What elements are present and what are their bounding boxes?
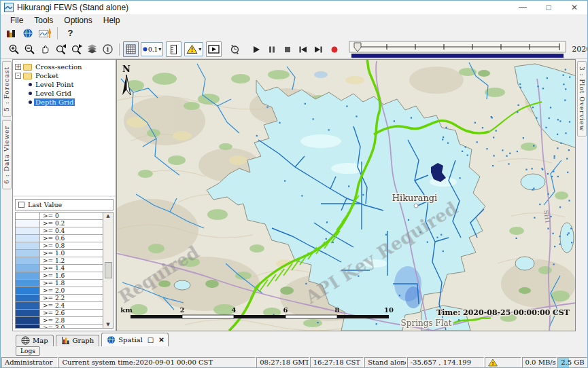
tab-graph[interactable]: Graph [56,335,100,346]
legend-row-label: >= 2.6 [40,310,103,316]
legend-panel: Last Value >= 0 >= 0.2 [13,197,116,331]
tab-close-icon[interactable]: ✕ [158,336,164,344]
last-value-checkbox[interactable] [18,202,24,208]
left-tab-strip: 5 : Forecast 6 : Data Viewer [1,59,12,331]
skip-start-icon[interactable] [295,41,311,57]
zoom-previous-icon[interactable] [53,41,69,57]
legend-color-swatch [16,317,40,324]
legend-row: >= 2.4 [16,302,103,310]
legend-color-swatch [16,302,40,309]
bullet-icon [29,83,32,86]
legend-color-swatch [16,227,40,234]
status-network-rate: 0.0 MB/s [522,357,557,368]
maximize-button[interactable]: □ [536,1,561,14]
tab-maximize-icon[interactable]: □ [148,336,154,344]
legend-row-label: >= 0.6 [40,235,103,242]
title-bar: Hikurangi FEWS (Stand alone) — □ ✕ [1,1,587,14]
pan-hand-icon[interactable] [37,41,53,57]
tab-map[interactable]: Map [16,335,54,346]
legend-table: >= 0 >= 0.2 >= 0.4 [15,212,114,329]
svg-text:km: km [120,306,133,314]
stop-icon[interactable] [279,41,295,57]
menu-item-options[interactable]: Options [58,15,97,26]
globe-wireframe-icon [21,336,30,345]
warning-icon: ! [488,358,498,367]
expand-icon[interactable]: + [15,64,21,70]
close-button[interactable]: ✕ [561,1,587,14]
tree-item-label: Pocket [34,72,60,79]
layers-icon[interactable] [84,41,100,57]
legend-color-swatch [16,295,40,301]
tree-item-level-point[interactable]: Level Point [15,80,114,89]
svg-text:!: ! [491,360,494,367]
tree-item-level-grid[interactable]: Level Grid [15,89,114,98]
pause-icon[interactable] [264,41,279,57]
globe-blue-icon [107,335,116,344]
collapse-icon[interactable]: - [15,73,21,79]
set-datum-icon[interactable] [227,41,243,57]
zoom-in-icon[interactable] [6,41,22,57]
legend-row: >= 2.6 [16,310,103,317]
legend-row: >= 1.8 [16,280,103,287]
tab-spatial[interactable]: Spatial □ ✕ [101,333,168,346]
bullet-icon [29,92,32,95]
scroll-up-icon[interactable]: ▲ [106,213,109,219]
status-user: Administrator [1,357,58,368]
minimize-button[interactable]: — [510,1,536,14]
legend-row: >= 2.2 [16,295,103,302]
legend-scrollbar[interactable]: ▲ ▼ [103,213,113,328]
tab-map-label: Map [33,337,48,344]
map-time-overlay: Time: 2020-08-25 00:00:00 CST [436,308,570,317]
toolbar-separator [57,27,58,39]
tab-forecast[interactable]: 5 : Forecast [2,61,12,117]
svg-text:!: ! [191,47,194,54]
timeseries-icon[interactable] [37,25,52,41]
scroll-down-icon[interactable]: ▼ [106,322,109,327]
legend-color-swatch [16,325,40,328]
tab-graph-label: Graph [73,337,94,344]
tree-item-cross-section[interactable]: + Cross-section [15,62,114,71]
tab-data-viewer[interactable]: 6 : Data Viewer [2,120,12,189]
tree-item-depth-grid[interactable]: Depth Grid [15,98,114,107]
legend-row-label: >= 2.2 [40,295,103,301]
timeline-slider[interactable] [349,41,568,58]
scrollbar-thumb[interactable] [105,262,112,278]
info-icon[interactable]: i [100,41,116,57]
play-icon[interactable] [248,41,264,57]
legend-row: >= 1.0 [16,250,103,257]
last-value-label: Last Value [28,201,62,208]
svg-text:10: 10 [384,306,394,314]
animation-button[interactable] [206,41,222,57]
map-svg[interactable]: API Key Required API Key Required Hikura… [117,60,576,331]
record-icon[interactable] [326,41,342,57]
skip-end-icon[interactable] [311,41,326,57]
legend-row-label: >= 0.4 [40,227,103,234]
app-icon [4,3,14,12]
menu-item-help[interactable]: Help [98,15,126,26]
grid-display-button[interactable] [123,41,139,57]
interval-dropdown[interactable]: 0.1 ▾ [141,42,163,56]
help-icon[interactable]: ? [63,25,78,41]
legend-row: >= 1.6 [16,272,103,280]
status-warning-cell: ! [485,357,521,368]
status-system-time: Current system time:2020-09-01 00:00 CST [58,357,256,368]
town-label: Hikurangi [392,193,438,203]
town-marker [414,204,418,208]
warning-dropdown[interactable]: ! ▾ [184,42,203,56]
database-icon[interactable] [3,25,18,41]
zoom-out-icon[interactable] [22,41,37,57]
zoom-next-icon[interactable] [69,41,84,57]
legend-color-swatch [16,280,40,287]
menu-item-tools[interactable]: Tools [29,15,58,26]
legend-color-swatch [16,257,40,264]
tab-plot-overview[interactable]: 3 : Plot Overview [577,61,587,136]
legend-color-swatch [16,287,40,294]
legend-color-swatch [16,235,40,242]
tree-item-label-selected: Depth Grid [34,98,75,106]
legend-row: >= 2.0 [16,287,103,295]
logs-button[interactable]: Logs [16,346,40,356]
menu-item-file[interactable]: File [5,15,29,26]
tree-item-pocket[interactable]: - Pocket [15,71,114,80]
ruler-button[interactable] [166,41,181,57]
globe-icon[interactable] [20,25,35,41]
